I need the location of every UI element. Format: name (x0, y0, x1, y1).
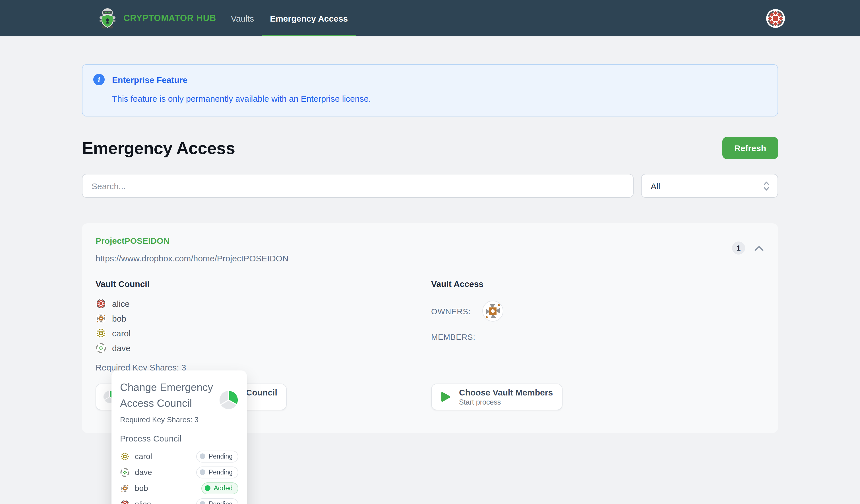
carol-identicon (120, 451, 130, 461)
council-member-row: carol (96, 326, 431, 340)
process-council-row: alice Pending (120, 496, 238, 504)
vault-access-heading: Vault Access (431, 279, 765, 288)
nav-item-emergency-access[interactable]: Emergency Access (262, 0, 356, 36)
members-action-cell: Choose Vault Members Start process (431, 384, 765, 410)
member-name: dave (135, 468, 152, 477)
page-header: Emergency Access Refresh (82, 137, 778, 159)
vault-access-section: Vault Access OWNERS: MEMBERS: (431, 279, 765, 372)
dave-identicon (120, 468, 130, 477)
choose-vault-members-button[interactable]: Choose Vault Members Start process (431, 384, 562, 410)
member-name: alice (135, 500, 151, 504)
pie-chart-icon (218, 389, 240, 411)
council-member-list: alice bob carol dave (96, 296, 431, 355)
council-member-row: bob (96, 311, 431, 326)
process-count-badge: 1 (732, 241, 745, 254)
process-council-heading: Process Council (120, 433, 238, 443)
status-label: Pending (209, 469, 233, 476)
nav-item-vaults[interactable]: Vaults (223, 0, 262, 36)
nav-item-label: Emergency Access (270, 13, 348, 23)
page-title: Emergency Access (82, 138, 235, 158)
dave-identicon (96, 342, 106, 353)
member-name: bob (112, 313, 126, 323)
play-icon (438, 390, 452, 404)
popover-title: Change Emergency Access Council (120, 380, 218, 411)
refresh-button[interactable]: Refresh (722, 137, 778, 159)
member-name: carol (135, 452, 152, 461)
members-label: MEMBERS: (431, 332, 475, 341)
app-viewport: CRYPTOMATOR HUB Vaults Emergency Access … (0, 0, 860, 504)
council-member-row: dave (96, 340, 431, 355)
vault-council-heading: Vault Council (96, 279, 431, 288)
info-icon: i (93, 74, 105, 85)
nav-item-label: Vaults (231, 13, 254, 23)
status-dot-icon (200, 454, 205, 459)
top-navbar: CRYPTOMATOR HUB Vaults Emergency Access (0, 0, 860, 36)
vault-council-section: Vault Council alice bob carol (96, 279, 431, 372)
updown-chevron-icon (763, 180, 770, 192)
process-council-list: carol Pending dave Pending bob (120, 448, 238, 504)
status-dot-icon (200, 469, 205, 475)
status-badge: Pending (196, 498, 238, 504)
process-council-row: bob Added (120, 480, 238, 496)
banner-message: This feature is only permanently availab… (112, 94, 767, 103)
brand-home-link[interactable]: CRYPTOMATOR HUB (98, 0, 216, 36)
member-name: bob (135, 484, 148, 493)
alice-identicon (766, 9, 785, 28)
filter-select-value: All (651, 181, 660, 191)
status-badge: Pending (196, 450, 238, 462)
owner-avatar (482, 300, 503, 322)
status-badge: Pending (196, 466, 238, 478)
bob-identicon (483, 301, 502, 321)
collapse-button[interactable] (752, 243, 765, 253)
member-name: alice (112, 299, 130, 308)
bob-identicon (96, 313, 106, 324)
process-council-row: dave Pending (120, 464, 238, 480)
member-name: dave (112, 343, 130, 353)
user-avatar[interactable] (766, 9, 785, 28)
status-badge: Added (201, 482, 238, 494)
process-council-row: carol Pending (120, 448, 238, 464)
change-council-popover: Change Emergency Access Council Required… (112, 370, 247, 504)
popover-required-shares: Required Key Shares: 3 (120, 415, 238, 424)
vault-info: ProjectPOSEIDON https://www.dropbox.com/… (96, 236, 289, 263)
enterprise-feature-banner: i Enterprise Feature This feature is onl… (82, 64, 778, 117)
filter-bar: All (82, 174, 778, 198)
vault-url: https://www.dropbox.com/home/ProjectPOSE… (96, 253, 289, 263)
council-member-row: alice (96, 296, 431, 311)
chevron-up-icon (754, 244, 764, 251)
status-dot-icon (204, 485, 210, 491)
status-label: Added (214, 485, 233, 491)
action-subtitle: Start process (459, 398, 553, 406)
cryptomator-robot-logo-icon (98, 8, 117, 29)
vault-name-link[interactable]: ProjectPOSEIDON (96, 236, 289, 246)
carol-identicon (96, 328, 106, 338)
filter-select[interactable]: All (641, 174, 778, 198)
alice-identicon (96, 298, 106, 309)
search-input[interactable] (82, 174, 634, 198)
banner-title: Enterprise Feature (112, 75, 187, 84)
owners-label: OWNERS: (431, 307, 471, 316)
alice-identicon (120, 499, 130, 504)
status-dot-icon (200, 501, 205, 504)
member-name: carol (112, 328, 130, 338)
action-title: Choose Vault Members (459, 387, 553, 397)
status-label: Pending (209, 501, 233, 504)
status-label: Pending (209, 453, 233, 460)
brand-name: CRYPTOMATOR HUB (124, 13, 216, 23)
bob-identicon (120, 483, 130, 493)
